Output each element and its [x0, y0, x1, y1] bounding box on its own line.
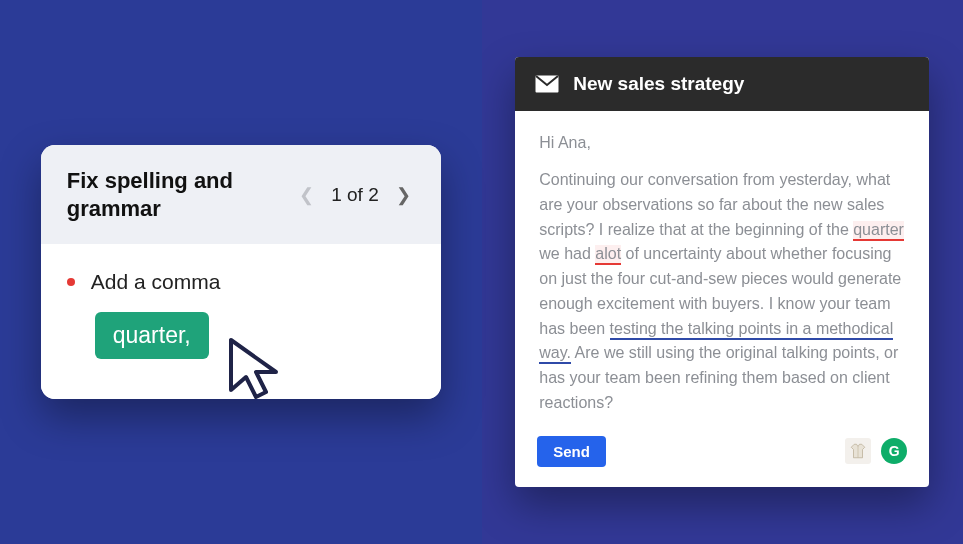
email-greeting: Hi Ana,: [539, 131, 905, 156]
email-paragraph: Continuing our conversation from yesterd…: [539, 168, 905, 416]
send-button[interactable]: Send: [537, 436, 606, 467]
suggestion-bullet-line: Add a comma: [67, 270, 415, 294]
highlight-alot[interactable]: alot: [595, 245, 621, 265]
suggestion-bullet-text: Add a comma: [91, 270, 221, 294]
right-panel: New sales strategy Hi Ana, Continuing ou…: [482, 0, 964, 544]
left-panel: Fix spelling and grammar ❮ 1 of 2 ❯ Add …: [0, 0, 482, 544]
suggestion-card: Fix spelling and grammar ❮ 1 of 2 ❯ Add …: [41, 145, 441, 399]
suggestion-title: Fix spelling and grammar: [67, 167, 267, 222]
highlight-quarter[interactable]: quarter: [853, 221, 904, 241]
email-text-post: Are we still using the original talking …: [539, 344, 898, 411]
pager-next-button[interactable]: ❯: [393, 184, 415, 206]
email-footer: Send G: [515, 432, 929, 487]
pager-label: 1 of 2: [331, 184, 379, 206]
footer-icons: G: [845, 438, 907, 464]
email-card: New sales strategy Hi Ana, Continuing ou…: [515, 57, 929, 487]
mail-icon: [535, 75, 559, 93]
bullet-dot-icon: [67, 278, 75, 286]
apply-fix-button[interactable]: quarter,: [95, 312, 209, 359]
suggestion-pager: ❮ 1 of 2 ❯: [295, 184, 415, 206]
grammarly-badge-icon[interactable]: G: [881, 438, 907, 464]
suggestion-header: Fix spelling and grammar ❮ 1 of 2 ❯: [41, 145, 441, 244]
pager-prev-button[interactable]: ❮: [295, 184, 317, 206]
email-subject: New sales strategy: [573, 73, 744, 95]
email-text-mid1: we had: [539, 245, 595, 262]
email-body[interactable]: Hi Ana, Continuing our conversation from…: [515, 111, 929, 432]
suggestion-body: Add a comma quarter,: [41, 244, 441, 399]
email-header: New sales strategy: [515, 57, 929, 111]
tone-icon[interactable]: [845, 438, 871, 464]
email-text-pre: Continuing our conversation from yesterd…: [539, 171, 890, 238]
